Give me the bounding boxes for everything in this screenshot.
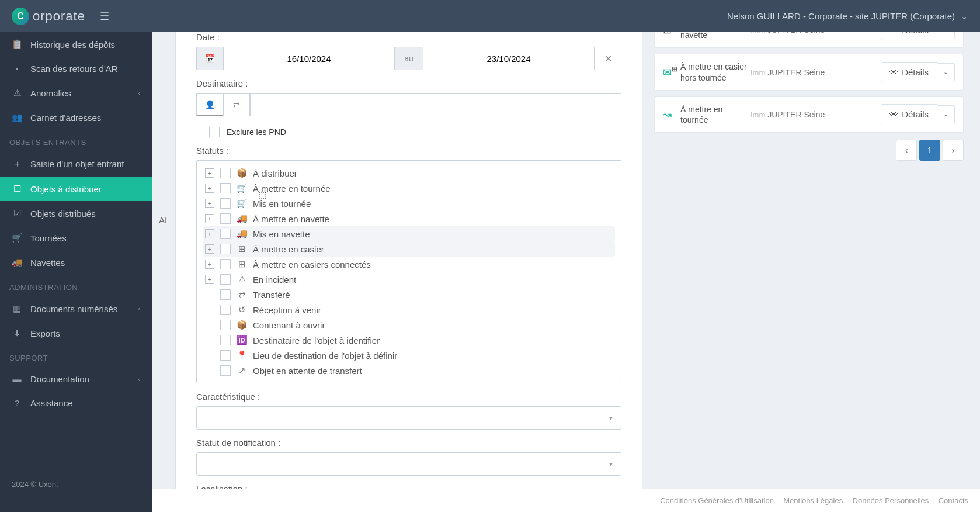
status-checkbox[interactable]: [220, 335, 231, 345]
card-dropdown-button[interactable]: ⌄: [937, 105, 955, 123]
status-item[interactable]: ⇄Transféré: [203, 287, 615, 302]
status-checkbox[interactable]: [220, 229, 231, 239]
card-location: Imm JUPITER Seine: [750, 68, 881, 77]
status-item[interactable]: +📦À distribuer: [203, 165, 615, 181]
dest-route-tab[interactable]: ⇄: [223, 93, 250, 116]
footer-link[interactable]: Mentions Légales: [783, 496, 843, 505]
sidebar-item[interactable]: 👥Carnet d'adresses: [0, 105, 152, 130]
status-item[interactable]: +🚚À mettre en navette: [203, 211, 615, 226]
card-dropdown-button[interactable]: ⌄: [937, 63, 955, 81]
status-checkbox[interactable]: [220, 365, 231, 376]
footer-link[interactable]: Conditions Générales d'Utilisation: [660, 496, 774, 505]
sidebar-item[interactable]: 🛒Tournées: [0, 226, 152, 250]
clear-date-button[interactable]: ✕: [595, 47, 621, 70]
status-checkbox[interactable]: [220, 259, 231, 269]
status-checkbox[interactable]: [220, 350, 231, 361]
status-item[interactable]: +🚚Mis en navette: [203, 226, 615, 241]
statuts-label: Statuts :: [196, 146, 621, 155]
sidebar-item[interactable]: ☐Objets à distribuer: [0, 177, 152, 201]
caracteristique-label: Caractéristique :: [196, 392, 621, 402]
status-icon: ↗: [237, 365, 247, 376]
exclude-pnd-checkbox[interactable]: [209, 127, 220, 137]
sidebar-item[interactable]: 🚚Navettes: [0, 250, 152, 275]
status-checkbox[interactable]: [220, 305, 231, 315]
page-number-button[interactable]: 1: [919, 140, 940, 161]
sidebar-item[interactable]: ▪Scan des retours d'AR: [0, 57, 152, 81]
status-icon: 🛒: [237, 198, 247, 209]
details-button[interactable]: 👁 Détails: [881, 62, 937, 82]
expand-icon[interactable]: +: [205, 229, 214, 238]
expand-icon[interactable]: +: [205, 168, 214, 178]
destinataire-input[interactable]: [250, 93, 621, 116]
sidebar-item-icon: ☑: [12, 208, 22, 219]
expand-icon[interactable]: +: [205, 260, 214, 269]
status-checkbox[interactable]: [220, 183, 231, 193]
details-button[interactable]: 👁 Détails: [881, 104, 937, 124]
date-from-input[interactable]: [223, 47, 395, 70]
expand-icon[interactable]: +: [205, 275, 214, 284]
date-to-input[interactable]: [423, 47, 595, 70]
hamburger-icon[interactable]: ☰: [100, 10, 109, 23]
chevron-down-icon: ▼: [608, 415, 614, 421]
sidebar-item[interactable]: ⚠Anomalies‹: [0, 81, 152, 105]
status-item[interactable]: +🛒À mettre en tournée: [203, 181, 615, 196]
sidebar-item-icon: ☐: [12, 184, 22, 194]
expand-icon[interactable]: +: [205, 184, 214, 193]
sidebar-item-icon: ⬇: [12, 328, 22, 338]
sidebar-item-label: Tournées: [30, 233, 67, 243]
status-checkbox[interactable]: [220, 198, 231, 209]
expand-icon[interactable]: +: [205, 214, 214, 223]
status-checkbox[interactable]: [220, 289, 231, 300]
status-item[interactable]: +⊞À mettre en casier: [203, 241, 615, 257]
status-list: +📦À distribuer+🛒À mettre en tournée+🛒Mis…: [196, 160, 621, 383]
sidebar-item[interactable]: ▬Documentation‹: [0, 367, 152, 391]
page-next-button[interactable]: ›: [943, 140, 964, 161]
user-menu[interactable]: Nelson GUILLARD - Corporate - site JUPIT…: [727, 11, 968, 22]
expand-icon[interactable]: +: [205, 244, 214, 254]
sidebar-item-icon: ＋: [12, 158, 22, 169]
status-label: À distribuer: [253, 168, 297, 178]
sidebar-item-icon: 👥: [12, 112, 22, 123]
calendar-icon[interactable]: 📅: [196, 47, 223, 70]
status-label: Mis en tournée: [253, 199, 311, 209]
sidebar-item[interactable]: ?Assistance: [0, 391, 152, 415]
footer-link[interactable]: Contacts: [939, 496, 968, 505]
status-checkbox[interactable]: [220, 213, 231, 224]
status-checkbox[interactable]: [220, 320, 231, 330]
status-item[interactable]: 🆔Destinataire de l'objet à identifier: [203, 333, 615, 348]
status-item[interactable]: ↺Réception à venir: [203, 302, 615, 317]
dest-person-tab[interactable]: 👤: [196, 93, 223, 116]
sidebar-item[interactable]: ☑Objets distribués: [0, 201, 152, 226]
status-label: En incident: [253, 275, 296, 285]
page-prev-button[interactable]: ‹: [896, 140, 917, 161]
logo-icon: C: [12, 8, 29, 25]
status-item[interactable]: +⚠En incident: [203, 272, 615, 287]
status-label: Mis en navette: [253, 229, 310, 239]
status-checkbox[interactable]: [220, 168, 231, 178]
sidebar-item[interactable]: ＋Saisie d'un objet entrant: [0, 151, 152, 177]
status-icon: 📦: [237, 168, 247, 178]
status-item[interactable]: 📦Contenant à ouvrir: [203, 317, 615, 333]
sidebar-item-label: Exports: [30, 328, 60, 338]
status-label: À mettre en casier: [253, 244, 324, 254]
status-item[interactable]: 📍Lieu de destination de l'objet à défini…: [203, 348, 615, 363]
sidebar-item[interactable]: ▦Documents numérisés‹: [0, 296, 152, 321]
sidebar-item[interactable]: ⬇Exports: [0, 321, 152, 345]
sidebar-item-icon: ⚠: [12, 88, 22, 98]
sidebar-item[interactable]: 📋Historique des dépôts: [0, 32, 152, 57]
status-item[interactable]: +🛒Mis en tournée: [203, 196, 615, 211]
status-checkbox[interactable]: [220, 244, 231, 254]
caracteristique-select[interactable]: ▼: [196, 406, 621, 430]
card-icon: ✉⊞: [663, 66, 680, 79]
status-checkbox[interactable]: [220, 274, 231, 285]
logo[interactable]: C orporate: [12, 8, 85, 25]
notification-select[interactable]: ▼: [196, 452, 621, 476]
status-item[interactable]: ↗Objet en attente de transfert: [203, 363, 615, 378]
footer-link[interactable]: Données Personnelles: [853, 496, 929, 505]
status-item[interactable]: +⊞À mettre en casiers connectés: [203, 257, 615, 272]
status-icon: 🛒: [237, 183, 247, 193]
sidebar-item-label: Objets distribués: [30, 209, 96, 219]
expand-icon[interactable]: +: [205, 199, 214, 208]
page-footer: Conditions Générales d'Utilisation - Men…: [152, 489, 980, 512]
status-icon: 🚚: [237, 229, 247, 239]
